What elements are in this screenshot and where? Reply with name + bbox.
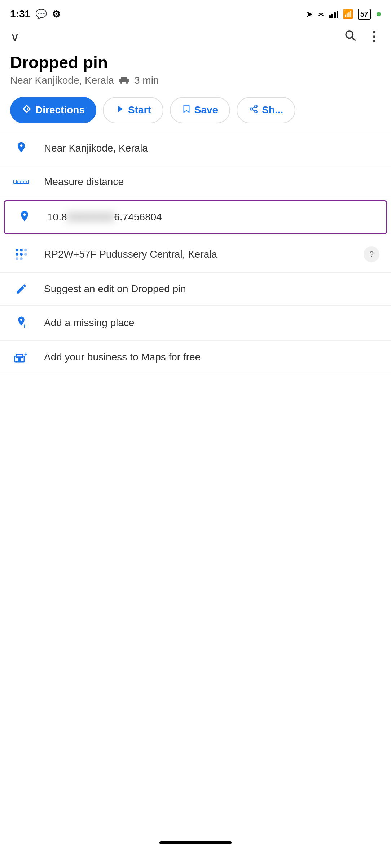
- search-icon[interactable]: [344, 29, 357, 45]
- status-left: 1:31 💬 ⚙: [10, 8, 60, 20]
- svg-line-10: [252, 109, 255, 111]
- header-actions: ⋮: [344, 29, 381, 45]
- nav-bar: [0, 828, 391, 857]
- save-label: Save: [194, 104, 218, 116]
- pencil-icon: [12, 283, 31, 295]
- wifi-icon: 📶: [343, 9, 353, 19]
- add-place-icon: +: [12, 316, 31, 330]
- list-item[interactable]: Near Kanjikode, Kerala: [0, 131, 391, 166]
- plus-code-text: RP2W+57F Pudussery Central, Kerala: [44, 249, 351, 260]
- question-mark-badge[interactable]: ?: [364, 246, 379, 262]
- car-icon: [118, 75, 130, 86]
- home-indicator: [159, 841, 232, 844]
- location-text: Near Kanjikode, Kerala: [44, 143, 379, 154]
- svg-point-28: [20, 257, 23, 260]
- svg-point-26: [24, 253, 27, 256]
- coords-prefix: 10.8: [47, 211, 67, 223]
- suggest-edit-text: Suggest an edit on Dropped pin: [44, 283, 379, 295]
- svg-text:+: +: [24, 351, 27, 357]
- list-item[interactable]: RP2W+57F Pudussery Central, Kerala ?: [0, 236, 391, 273]
- coordinates-row[interactable]: 10.8XXXXXXX6.7456804: [4, 200, 387, 234]
- ruler-icon: [12, 177, 31, 187]
- subtitle-location: Near Kanjikode, Kerala: [10, 75, 114, 86]
- share-label: Sh...: [262, 104, 283, 116]
- page-title: Dropped pin: [10, 53, 381, 72]
- list-item[interactable]: + Add your business to Maps for free: [0, 341, 391, 374]
- list-item[interactable]: Suggest an edit on Dropped pin: [0, 273, 391, 306]
- svg-rect-32: [18, 358, 21, 362]
- svg-marker-6: [118, 106, 123, 112]
- save-button[interactable]: Save: [170, 97, 230, 123]
- add-missing-place-text: Add a missing place: [44, 317, 379, 329]
- add-business-icon: +: [12, 351, 31, 364]
- svg-text:+: +: [23, 323, 26, 330]
- subtitle: Near Kanjikode, Kerala 3 min: [10, 75, 381, 86]
- share-button[interactable]: Sh...: [237, 97, 295, 123]
- svg-point-27: [16, 257, 18, 260]
- status-time: 1:31: [10, 8, 30, 20]
- svg-rect-3: [121, 77, 127, 80]
- directions-label: Directions: [35, 104, 85, 116]
- status-bar: 1:31 💬 ⚙ ➤ ∗ 📶 57: [0, 0, 391, 25]
- directions-icon: [22, 104, 32, 117]
- directions-button[interactable]: Directions: [10, 97, 96, 123]
- coordinates-text: 10.8XXXXXXX6.7456804: [47, 211, 162, 223]
- svg-point-5: [126, 82, 128, 84]
- add-business-text: Add your business to Maps for free: [44, 351, 379, 363]
- coords-blurred: XXXXXXX: [67, 211, 114, 223]
- battery-charging-dot: [377, 12, 381, 16]
- location-arrow-icon: ➤: [306, 9, 313, 19]
- svg-point-23: [16, 253, 18, 256]
- svg-point-25: [24, 249, 27, 251]
- whatsapp-icon: 💬: [35, 9, 47, 20]
- start-button[interactable]: Start: [103, 97, 163, 123]
- svg-line-11: [252, 107, 255, 108]
- svg-point-4: [120, 82, 122, 84]
- status-right: ➤ ∗ 📶 57: [306, 9, 381, 20]
- coords-suffix: 6.7456804: [114, 211, 162, 223]
- action-buttons-row: Directions Start Save Sh..: [0, 92, 391, 131]
- share-icon: [249, 104, 258, 116]
- header-controls: ∨ ⋮: [0, 25, 391, 48]
- more-options-icon[interactable]: ⋮: [368, 29, 381, 44]
- start-icon: [115, 104, 124, 116]
- list-item[interactable]: Measure distance: [0, 166, 391, 198]
- svg-line-1: [352, 37, 355, 40]
- plus-code-icon: [12, 247, 31, 262]
- battery-indicator: 57: [358, 9, 371, 20]
- list-item[interactable]: + Add a missing place: [0, 306, 391, 341]
- bookmark-icon: [182, 104, 191, 116]
- location-pin-icon: [12, 141, 31, 155]
- coordinates-pin-icon: [15, 210, 34, 224]
- svg-point-22: [20, 249, 23, 251]
- settings-icon: ⚙: [52, 9, 60, 20]
- svg-point-24: [20, 253, 23, 256]
- drive-time: 3 min: [134, 75, 159, 86]
- list-section: Near Kanjikode, Kerala Measure distance: [0, 131, 391, 374]
- bluetooth-icon: ∗: [317, 9, 325, 19]
- measure-distance-text: Measure distance: [44, 176, 379, 188]
- svg-point-21: [16, 249, 18, 251]
- title-section: Dropped pin Near Kanjikode, Kerala 3 min: [0, 48, 391, 92]
- collapse-button[interactable]: ∨: [10, 29, 19, 44]
- signal-bars: [329, 10, 338, 18]
- start-label: Start: [128, 104, 151, 116]
